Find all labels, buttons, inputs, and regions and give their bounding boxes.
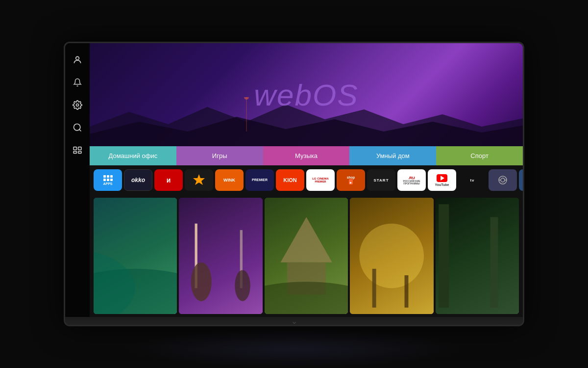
app-start[interactable]: START [367,169,395,191]
svg-line-3 [79,130,81,131]
svg-point-1 [76,104,79,106]
thumbnails-row [90,195,523,317]
app-appletv[interactable]: tv [458,169,487,191]
app-youtube[interactable]: YouTube [428,169,456,191]
notifications-icon[interactable] [71,76,84,89]
app-ivi[interactable]: и [154,169,183,191]
thumbnail-5[interactable] [436,198,519,314]
tv-frame: webOS Домашний офис Игры Музыка Умный до… [64,42,524,326]
app-okko[interactable]: okko [124,169,152,191]
categories-bar: Домашний офис Игры Музыка Умный дом Спор… [90,146,523,165]
svg-rect-5 [78,147,81,150]
svg-point-28 [235,270,251,301]
svg-point-14 [501,178,505,182]
thumbnail-1[interactable] [94,198,177,314]
chevron-down-icon: ⌄ [291,316,297,326]
tv-bezel-bottom: ⌄ [65,317,523,325]
svg-rect-4 [74,147,76,150]
app-premier[interactable]: PREMIER [245,169,274,191]
settings-icon[interactable] [71,98,84,112]
main-content: webOS Домашний офис Игры Музыка Умный до… [90,43,523,317]
category-home-office[interactable]: Домашний офис [90,146,176,165]
svg-point-2 [74,124,80,131]
thumbnail-2[interactable] [179,198,262,314]
category-games[interactable]: Игры [176,146,263,165]
category-sport[interactable]: Спорт [436,146,523,165]
svg-point-11 [244,97,249,100]
guide-icon[interactable] [71,143,84,157]
app-kinopoisk[interactable] [185,169,213,191]
hero-title: webOS [254,78,358,112]
profile-icon[interactable] [71,53,84,67]
svg-rect-41 [490,217,498,308]
apps-row: APPS okko и WINK [90,165,523,195]
app-apps[interactable]: APPS [94,169,122,191]
app-tv[interactable] [519,169,523,191]
svg-marker-12 [193,174,205,185]
sidebar [65,43,90,317]
svg-point-34 [360,224,424,289]
search-icon[interactable] [71,121,84,134]
app-shop[interactable]: shop ▶ [337,169,365,191]
thumbnail-3[interactable] [265,198,348,314]
svg-rect-7 [78,151,81,153]
svg-rect-36 [405,275,409,308]
svg-rect-6 [74,151,76,153]
tv-screen: webOS Домашний офис Игры Музыка Умный до… [65,43,523,317]
svg-point-32 [265,282,348,314]
svg-rect-24 [179,198,262,314]
hero-banner: webOS [90,43,523,146]
svg-rect-40 [439,204,449,308]
category-smart-home[interactable]: Умный дом [349,146,436,165]
app-kion[interactable]: KION [276,169,304,191]
svg-rect-35 [372,269,376,308]
app-misc[interactable] [489,169,517,191]
svg-point-0 [76,56,79,60]
app-ru[interactable]: .RU РОССИЙСКИЕ ПРОГРАММЫ [397,169,426,191]
app-lgcinema[interactable]: LG CINEMA PREMIER [306,169,335,191]
category-music[interactable]: Музыка [263,146,350,165]
app-wink[interactable]: WINK [215,169,244,191]
svg-point-27 [191,263,212,301]
thumbnail-4[interactable] [350,198,433,314]
